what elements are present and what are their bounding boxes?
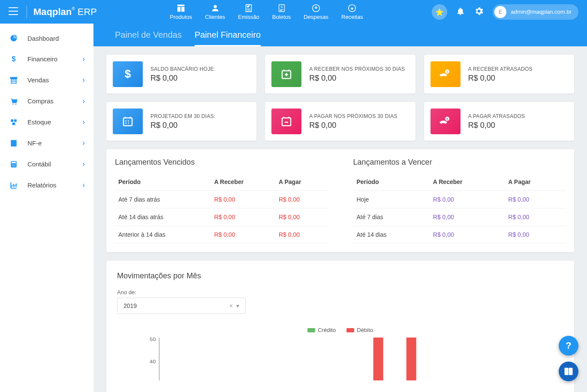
panel-title: Lançamentos Vencidos: [115, 158, 328, 167]
legend-debito[interactable]: Débito: [346, 327, 373, 333]
table-header: A Pagar: [275, 173, 328, 191]
table-header: A Receber: [211, 173, 275, 191]
nav-icon: [244, 3, 253, 13]
sidebar-item-contábil[interactable]: Contábil›: [0, 154, 93, 175]
nav-label: Produtos: [170, 14, 192, 20]
svg-point-20: [13, 166, 14, 166]
year-select[interactable]: 2019 × ▾: [117, 298, 246, 314]
sidebar-item-dashboard[interactable]: Dashboard: [0, 28, 93, 48]
user-menu[interactable]: E admin@maqplan.com.br: [493, 4, 578, 20]
svg-rect-10: [11, 119, 13, 122]
cell-pagar: R$ 0,00: [505, 191, 566, 208]
cell-receber: R$ 0,00: [430, 226, 505, 244]
brand-bold: Maqplan: [33, 6, 72, 17]
sidebar-label: Vendas: [27, 76, 49, 84]
sidebar-icon: $: [9, 55, 19, 63]
card-value: R$ 0,00: [309, 74, 409, 83]
topnav-emissão[interactable]: Emissão: [238, 3, 259, 20]
chevron-right-icon: ›: [82, 96, 85, 106]
legend-credito[interactable]: Crédito: [307, 327, 336, 333]
sidebar-label: Financeiro: [27, 55, 57, 63]
chevron-right-icon: ›: [82, 118, 85, 127]
table-row: Anterior à 14 diasR$ 0,00R$ 0,00: [115, 226, 328, 244]
card-title: SALDO BANCÁRIO HOJE:: [151, 66, 250, 72]
topnav-receitas[interactable]: Receitas: [341, 3, 363, 20]
svg-rect-6: [11, 77, 17, 78]
nav-icon: $: [277, 3, 286, 13]
docs-button[interactable]: [559, 362, 578, 381]
table-vencer: PeríodoA ReceberA Pagar HojeR$ 0,00R$ 0,…: [353, 173, 566, 244]
nav-icon: [211, 3, 220, 13]
chevron-down-icon[interactable]: ▾: [236, 302, 239, 309]
sidebar-item-vendas[interactable]: Vendas›: [0, 69, 93, 90]
cell-receber: R$ 0,00: [211, 208, 275, 226]
nav-label: Receitas: [341, 14, 363, 20]
table-header: Período: [353, 173, 430, 191]
cell-receber: R$ 0,00: [211, 191, 275, 208]
topnav-boletos[interactable]: $Boletos: [272, 3, 291, 20]
bar-debito: [373, 338, 383, 380]
chart-title: Movimentações por Mês: [117, 271, 563, 280]
table-row: Até 7 dias atrásR$ 0,00R$ 0,00: [115, 191, 328, 208]
card-icon: [271, 109, 301, 134]
sidebar-item-relatórios[interactable]: Relatórios›: [0, 175, 93, 196]
card-title: A RECEBER NOS PRÓXIMOS 30 DIAS: [309, 66, 409, 72]
card-value: R$ 0,00: [468, 74, 568, 83]
sidebar-item-estoque[interactable]: Estoque›: [0, 112, 93, 133]
sidebar-label: Dashboard: [27, 35, 59, 42]
nav-label: Clientes: [205, 14, 225, 20]
cell-pagar: R$ 0,00: [275, 191, 328, 208]
svg-text:$: $: [281, 5, 283, 9]
settings-button[interactable]: [474, 6, 484, 18]
cell-receber: R$ 0,00: [211, 226, 275, 244]
card-value: R$ 0,00: [309, 121, 409, 130]
table-row: HojeR$ 0,00R$ 0,00: [353, 191, 566, 208]
cell-period: Até 14 dias: [353, 226, 430, 244]
svg-point-16: [12, 164, 13, 165]
tab-painel-de-vendas[interactable]: Painel de Vendas: [115, 30, 182, 46]
sidebar-icon: [9, 181, 19, 190]
stat-card: A RECEBER NOS PRÓXIMOS 30 DIASR$ 0,00: [265, 55, 415, 93]
chevron-right-icon: ›: [82, 139, 85, 148]
swatch-red: [346, 328, 354, 332]
menu-toggle-button[interactable]: [9, 7, 18, 17]
sidebar-item-financeiro[interactable]: $Financeiro›: [0, 48, 93, 69]
cell-period: Até 14 dias atrás: [115, 208, 211, 226]
cell-receber: R$ 0,00: [430, 191, 505, 208]
notifications-button[interactable]: [456, 6, 465, 18]
cell-period: Até 7 dias: [353, 208, 430, 226]
svg-rect-11: [14, 119, 17, 122]
sidebar-item-nf-e[interactable]: NF-e›: [0, 133, 93, 154]
svg-point-19: [12, 166, 13, 166]
card-value: R$ 0,00: [151, 74, 250, 83]
tab-painel-financeiro[interactable]: Painel Financeiro: [195, 30, 261, 46]
clear-icon[interactable]: ×: [229, 302, 233, 309]
cell-period: Anterior à 14 dias: [115, 226, 211, 244]
table-header: A Pagar: [505, 173, 566, 191]
chevron-right-icon: ›: [82, 160, 85, 169]
sidebar-label: Compras: [27, 97, 54, 105]
favorites-button[interactable]: [432, 4, 447, 20]
table-vencidos: PeríodoA ReceberA Pagar Até 7 dias atrás…: [115, 173, 328, 244]
stat-card: $A PAGAR ATRASADOSR$ 0,00: [424, 102, 574, 141]
card-title: A RECEBER ATRASADOS: [468, 66, 568, 72]
card-icon: $: [430, 109, 461, 134]
help-button[interactable]: ?: [559, 336, 578, 356]
year-value: 2019: [123, 302, 137, 309]
topnav-clientes[interactable]: Clientes: [205, 3, 225, 20]
sidebar-item-compras[interactable]: Compras›: [0, 90, 93, 112]
sidebar: Dashboard$Financeiro›Vendas›Compras›Esto…: [0, 24, 93, 392]
svg-rect-15: [12, 162, 16, 163]
year-label: Ano de:: [117, 289, 563, 296]
topnav-despesas[interactable]: Despesas: [304, 3, 328, 20]
svg-text:40: 40: [150, 359, 156, 365]
panel-vencer: Lançamentos a Vencer PeríodoA ReceberA P…: [345, 149, 575, 252]
card-value: R$ 0,00: [468, 121, 568, 130]
panel-vencidos: Lançamentos Vencidos PeríodoA ReceberA P…: [106, 149, 336, 252]
nav-label: Boletos: [272, 14, 291, 20]
cell-period: Hoje: [353, 191, 430, 208]
brand-light: ERP: [78, 6, 97, 17]
svg-point-18: [15, 164, 16, 165]
nav-icon: [347, 3, 357, 13]
topnav-produtos[interactable]: Produtos: [170, 3, 192, 20]
